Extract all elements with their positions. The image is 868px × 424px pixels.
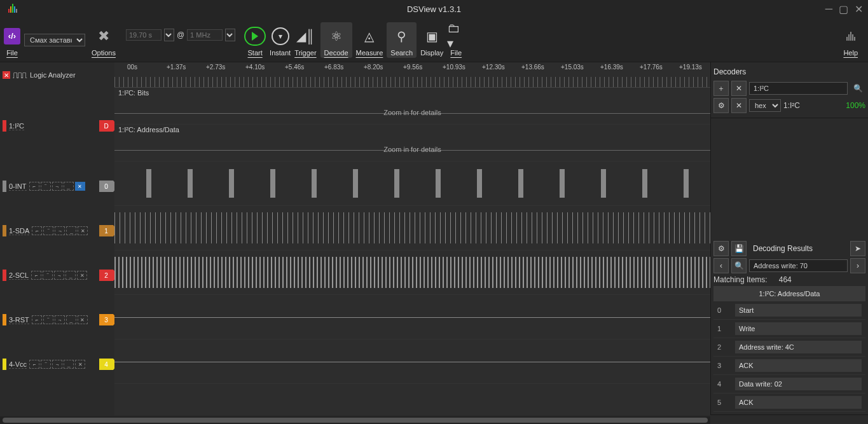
edge-fall-icon[interactable]: ¬ xyxy=(52,182,62,191)
edge-low-icon[interactable]: _ xyxy=(66,315,76,324)
measure-button[interactable]: ◬ Measure xyxy=(356,24,383,57)
trigger-button[interactable]: ◢║ Trigger xyxy=(294,24,316,57)
horizontal-scrollbar[interactable] xyxy=(0,416,710,424)
results-search-icon[interactable]: 🔍 xyxy=(731,258,747,273)
edge-both-icon[interactable]: ✕ xyxy=(77,271,87,280)
close-channel-icon[interactable]: ✕ xyxy=(3,71,10,79)
channel-badge: 2 xyxy=(99,270,113,281)
decoder-search-input[interactable] xyxy=(749,82,848,95)
signal-channel-row[interactable]: 1-SDA ⌐ ‾ ¬ _ ✕ 1#chan-list .channel-row… xyxy=(0,209,114,253)
edge-fall-icon[interactable]: ¬ xyxy=(55,226,65,235)
signal-channel-row[interactable]: 0-INT ⌐ ‾ ¬ _ ✕ 0#chan-list .channel-row… xyxy=(0,164,114,209)
duration-input[interactable] xyxy=(126,29,162,41)
maximize-icon[interactable]: ▢ xyxy=(839,3,848,15)
result-value: ACK xyxy=(735,396,862,409)
format-select[interactable]: hex xyxy=(749,99,781,112)
i2c-decoder-channel[interactable]: 1:I²C 1,2 D .channel-row:nth-child(2) .c… xyxy=(0,88,114,164)
edge-fall-icon[interactable]: ¬ xyxy=(55,315,65,324)
rate-unit-select[interactable] xyxy=(225,29,235,41)
result-row[interactable]: 4Data write: 02 xyxy=(713,375,865,393)
pulse xyxy=(270,169,275,198)
ruler-tick-label: +12.30s xyxy=(482,64,505,71)
matching-items-count: 464 xyxy=(779,275,792,284)
edge-high-icon[interactable]: ‾ xyxy=(41,182,51,191)
pulse xyxy=(642,169,647,198)
edge-low-icon[interactable]: _ xyxy=(66,226,76,235)
rate-input[interactable] xyxy=(187,29,223,41)
waveform-viewer: ✕ ⎍⎍⎍ Logic Analyzer 1:I²C 1,2 D .channe… xyxy=(0,62,710,415)
decoder-settings-button[interactable]: ⚙ xyxy=(713,98,729,113)
ruler-tick-label: +15.03s xyxy=(561,64,584,71)
edge-both-icon[interactable]: ✕ xyxy=(78,315,88,324)
remove-decoder-button[interactable]: ✕ xyxy=(731,81,747,96)
edge-fall-icon[interactable]: ¬ xyxy=(54,271,64,280)
file-menu[interactable]: ‹/› File xyxy=(4,24,20,57)
options-menu[interactable]: ✖ Options xyxy=(92,24,116,57)
edge-high-icon[interactable]: ‾ xyxy=(43,271,53,280)
edge-fall-icon[interactable]: ¬ xyxy=(52,360,62,369)
decoder-close-button[interactable]: ✕ xyxy=(731,98,747,113)
edge-low-icon[interactable]: _ xyxy=(64,182,74,191)
edge-rise-icon[interactable]: ⌐ xyxy=(31,271,41,280)
edge-rise-icon[interactable]: ⌐ xyxy=(29,360,39,369)
results-prev-button[interactable]: ‹ xyxy=(713,258,729,273)
decoder-search-icon[interactable]: 🔍 xyxy=(850,81,865,96)
results-save-button[interactable]: 💾 xyxy=(731,241,747,256)
help-logo-icon xyxy=(846,32,855,41)
edge-high-icon[interactable]: ‾ xyxy=(41,360,51,369)
signal-channel-row[interactable]: 4-Vcc ⌐ ‾ ¬ _ ✕ 4#chan-list .channel-row… xyxy=(0,342,114,386)
edge-high-icon[interactable]: ‾ xyxy=(43,226,53,235)
edge-rise-icon[interactable]: ⌐ xyxy=(32,315,42,324)
display-button[interactable]: ▣ Display xyxy=(420,24,443,57)
waveform-area[interactable]: 00s+1.37s+2.73s+4.10s+5.46s+6.83s+8.20s+… xyxy=(114,62,710,415)
help-menu[interactable]: Help xyxy=(843,24,858,57)
instant-icon: ▾ xyxy=(272,27,289,45)
result-value: ACK xyxy=(735,359,862,372)
channel-badge: 0 xyxy=(99,181,113,192)
edge-both-icon[interactable]: ✕ xyxy=(75,182,85,191)
edge-rise-icon[interactable]: ⌐ xyxy=(29,182,39,191)
results-settings-button[interactable]: ⚙ xyxy=(713,241,729,256)
signal-track-int xyxy=(114,161,710,206)
result-index: 4 xyxy=(717,380,735,388)
trigger-icon: ◢║ xyxy=(296,27,314,45)
result-row[interactable]: 1Write xyxy=(713,320,865,338)
file2-button[interactable]: 🗀▾ File xyxy=(447,24,465,57)
ruler-tick-label: +13.66s xyxy=(521,64,544,71)
start-button[interactable]: Start xyxy=(244,24,266,57)
signal-channel-row[interactable]: 3-RST ⌐ ‾ ¬ _ ✕ 3#chan-list .channel-row… xyxy=(0,297,114,342)
ruler-tick-label: +1.37s xyxy=(167,64,186,71)
edge-low-icon[interactable]: _ xyxy=(64,360,74,369)
channel-badge: 1 xyxy=(99,225,113,236)
close-icon[interactable]: ✕ xyxy=(855,3,863,15)
edge-both-icon[interactable]: ✕ xyxy=(75,360,85,369)
results-next-button[interactable]: › xyxy=(850,258,865,273)
results-search-input[interactable] xyxy=(749,259,848,272)
edge-high-icon[interactable]: ‾ xyxy=(43,315,53,324)
pulse xyxy=(601,169,606,198)
pulse xyxy=(229,169,234,198)
duration-unit-select[interactable] xyxy=(164,29,174,41)
results-nav-button[interactable]: ➤ xyxy=(850,241,865,256)
pulse xyxy=(312,169,317,198)
pulse xyxy=(353,169,358,198)
result-row[interactable]: 2Address write: 4C xyxy=(713,338,865,357)
minimize-icon[interactable]: ─ xyxy=(825,3,832,15)
decode-button[interactable]: ⚛ Decode xyxy=(320,22,352,58)
add-decoder-button[interactable]: ＋ xyxy=(713,81,729,96)
channel-color-icon xyxy=(3,314,6,325)
signal-track-sda xyxy=(114,206,710,250)
decoding-results-title: Decoding Results xyxy=(753,242,813,256)
signal-channel-row[interactable]: 2-SCL ⌐ ‾ ¬ _ ✕ 2#chan-list .channel-row… xyxy=(0,253,114,297)
search-button[interactable]: ⚲ Search xyxy=(387,22,417,58)
result-row[interactable]: 5ACK xyxy=(713,393,865,412)
device-select[interactable]: Смах заставки в xyxy=(24,34,85,46)
edge-rise-icon[interactable]: ⌐ xyxy=(32,226,42,235)
instant-button[interactable]: ▾ Instant xyxy=(270,24,291,57)
result-row[interactable]: 3ACK xyxy=(713,357,865,375)
ruler-tick-label: +4.10s xyxy=(245,64,265,71)
channel-color-icon xyxy=(3,120,6,132)
edge-both-icon[interactable]: ✕ xyxy=(78,226,88,235)
edge-low-icon[interactable]: _ xyxy=(65,271,76,280)
result-row[interactable]: 0Start xyxy=(713,301,865,320)
